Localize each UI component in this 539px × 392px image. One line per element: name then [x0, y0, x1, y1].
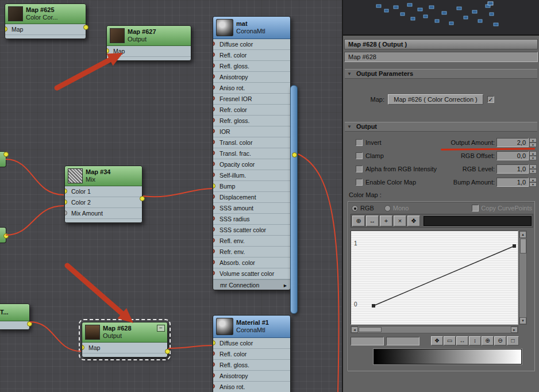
curve-vertical-scrollbar[interactable]: ▲ ▼ [519, 230, 527, 325]
slot-self-illum[interactable]: Self-illum. [213, 170, 290, 181]
checkbox-enable-color-map[interactable] [356, 179, 363, 186]
input-socket[interactable] [5, 26, 7, 32]
curve-y-value-field[interactable] [386, 337, 419, 345]
node-material1[interactable]: Material #1CoronaMtlDiffuse colorRefl. c… [213, 315, 291, 392]
slot-displacement[interactable]: Displacement [213, 192, 290, 203]
node-minimize-button[interactable]: − [157, 325, 165, 332]
input-socket[interactable] [213, 216, 215, 221]
scroll-left-icon[interactable]: ◄ [351, 326, 358, 333]
input-socket[interactable] [213, 172, 215, 177]
slot-mix-amount[interactable]: Mix Amount [65, 208, 142, 219]
mono-radio[interactable] [384, 205, 391, 212]
slot-refl-env[interactable]: Refl. env. [213, 236, 290, 247]
output-socket[interactable] [3, 233, 9, 239]
slot-aniso-rot[interactable]: Aniso rot. [213, 83, 290, 94]
zoom-horizontal-button[interactable]: ↔ [456, 336, 468, 345]
map-enable-checkbox[interactable]: ✓ [487, 96, 494, 103]
slot-transl-color[interactable]: Transl. color [213, 137, 290, 148]
slot-fresnel-ior[interactable]: Fresnel IOR [213, 94, 290, 105]
input-socket[interactable] [213, 96, 215, 101]
material-name-field[interactable]: Map #628 [344, 52, 538, 62]
rollout-output-parameters[interactable]: ▼ Output Parameters [345, 69, 537, 79]
input-socket[interactable] [213, 362, 215, 367]
zoom-extents-button[interactable]: □ [507, 336, 519, 345]
slot-sss-amount[interactable]: SSS amount [213, 203, 290, 214]
input-socket[interactable] [213, 260, 215, 264]
slot-anisotropy[interactable]: Anisotropy [213, 371, 290, 382]
spinner-arrows[interactable]: ▲▼ [529, 138, 537, 147]
slot-refl-color[interactable]: Refl. color [213, 349, 290, 360]
input-socket[interactable] [82, 345, 84, 350]
input-socket[interactable] [213, 129, 215, 133]
spinner-rgb-level[interactable]: 1,0 [496, 164, 529, 174]
slot-color-1[interactable]: Color 1 [65, 186, 142, 197]
zoom-vertical-button[interactable]: ↕ [469, 336, 481, 345]
zoom-region-button[interactable]: ▭ [444, 336, 456, 345]
spinner-arrows[interactable]: ▲▼ [529, 164, 537, 174]
slot-diffuse-color[interactable]: Diffuse color [213, 39, 290, 50]
mat-output-connector-bar[interactable] [290, 85, 298, 314]
output-socket[interactable] [27, 321, 32, 326]
checkbox-alpha-from-rgb-intensity[interactable] [356, 166, 363, 172]
scroll-right-icon[interactable]: ► [511, 326, 518, 333]
scroll-up-icon[interactable]: ▲ [519, 231, 526, 238]
spinner-arrows[interactable]: ▲▼ [529, 178, 537, 187]
node-mat[interactable]: matCoronaMtlDiffuse colorRefl. colorRefl… [213, 16, 291, 290]
output-socket[interactable] [165, 349, 170, 354]
slot-color-2[interactable]: Color 2 [65, 197, 142, 208]
spinner-output-amount[interactable]: 2,0 [496, 138, 529, 147]
slot-map[interactable]: Map [82, 343, 167, 353]
input-socket[interactable] [213, 63, 215, 68]
input-socket[interactable] [213, 41, 215, 46]
slot-transl-frac[interactable]: Transl. frac. [213, 148, 290, 159]
input-socket[interactable] [213, 340, 215, 345]
zoom-out-button[interactable]: ⊖ [494, 336, 506, 345]
input-socket[interactable] [65, 189, 67, 194]
spinner-rgb-offset[interactable]: 0,0 [496, 151, 529, 160]
slot-refr-color[interactable]: Refr. color [213, 105, 290, 116]
output-socket[interactable] [140, 196, 145, 201]
curve-editor-area[interactable]: 1 0 [351, 230, 518, 325]
map-slot-button[interactable]: Map #626 ( Color Correction ) [388, 94, 483, 105]
scale-point-button[interactable]: ↔ [366, 216, 379, 226]
slot-refl-gloss[interactable]: Refl. gloss. [213, 61, 290, 72]
input-socket[interactable] [213, 74, 215, 79]
checkbox-clamp[interactable] [356, 152, 363, 159]
output-socket[interactable] [3, 152, 9, 157]
scrollbar-thumb[interactable] [359, 327, 382, 332]
node-partial-bottom-left[interactable]: T... [0, 303, 30, 330]
input-socket[interactable] [213, 271, 215, 275]
navigator-thumbnail[interactable] [343, 0, 539, 36]
slot-bump[interactable]: Bump [213, 181, 290, 192]
input-socket[interactable] [213, 118, 215, 122]
input-socket[interactable] [107, 48, 109, 53]
spinner-arrows[interactable]: ▲▼ [529, 151, 537, 160]
node-map625[interactable]: Map #625Color Cor...Map [5, 3, 86, 39]
spinner-bump-amount[interactable]: 1,0 [496, 178, 529, 187]
input-socket[interactable] [213, 107, 215, 112]
node-view-canvas[interactable]: T... Map #625Color Cor...MapMap #627Outp… [0, 0, 343, 392]
input-socket[interactable] [213, 238, 215, 243]
slot-absorb-color[interactable]: Absorb. color [213, 258, 290, 268]
slot-sss-radius[interactable]: SSS radius [213, 214, 290, 225]
node-map627[interactable]: Map #627OutputMap [106, 25, 191, 61]
input-socket[interactable] [213, 85, 215, 90]
output-socket[interactable] [83, 25, 88, 30]
input-socket[interactable] [213, 183, 215, 189]
slot-opacity-color[interactable]: Opacity color [213, 159, 290, 170]
curve-x-value-field[interactable] [351, 337, 384, 345]
input-socket[interactable] [213, 151, 215, 155]
rgb-radio[interactable] [352, 205, 358, 212]
input-socket[interactable] [213, 373, 215, 378]
slot-map[interactable]: Map [5, 24, 86, 35]
rollout-output[interactable]: ▼ Output [345, 122, 537, 132]
output-socket[interactable] [292, 152, 297, 157]
slot-aniso-rot[interactable]: Aniso rot. [213, 382, 290, 392]
slot-refl-color[interactable]: Refl. color [213, 50, 290, 61]
scrollbar-thumb[interactable] [520, 239, 526, 253]
node-map628[interactable]: Map #628Output−Map [82, 322, 168, 358]
node-partial-left-1[interactable] [0, 151, 6, 167]
slot-ior[interactable]: IOR [213, 126, 290, 137]
slot-sss-scatter-color[interactable]: SSS scatter color [213, 225, 290, 236]
slot-diffuse-color[interactable]: Diffuse color [213, 338, 290, 349]
